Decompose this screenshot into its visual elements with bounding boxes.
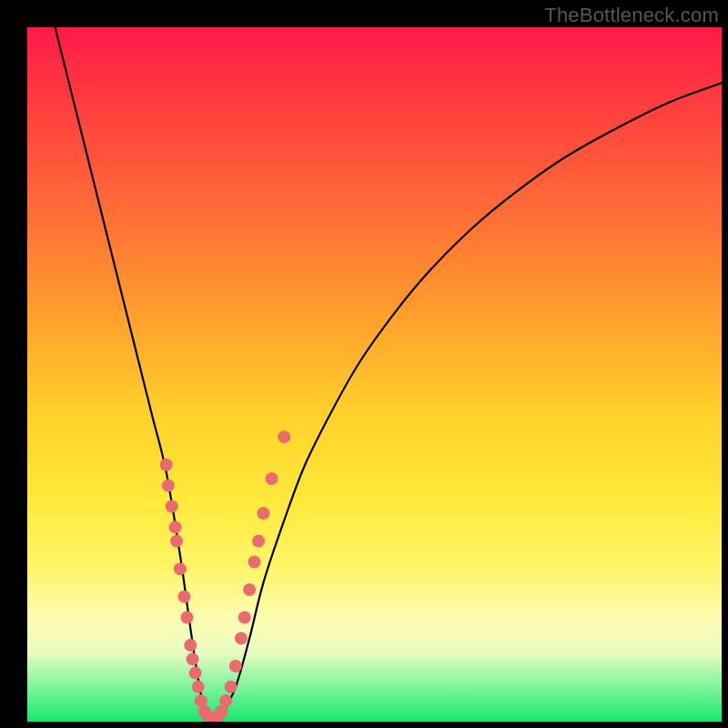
sample-point <box>257 507 269 520</box>
sample-point <box>278 430 290 443</box>
bottleneck-curve <box>56 27 722 722</box>
sample-point <box>238 612 251 624</box>
sample-point <box>174 562 187 575</box>
sample-point <box>243 583 256 596</box>
plot-area <box>27 27 722 722</box>
chart-frame: TheBottleneck.com <box>0 0 728 728</box>
sample-point <box>229 660 242 672</box>
sample-point <box>189 667 202 680</box>
sample-point <box>235 632 248 644</box>
sample-point <box>252 535 265 548</box>
sample-point <box>169 521 182 533</box>
curve-overlay <box>27 27 722 722</box>
sample-point <box>180 612 193 624</box>
sample-point <box>162 480 175 492</box>
sample-point <box>192 681 205 693</box>
sample-point <box>170 535 183 548</box>
sample-point <box>184 639 197 652</box>
sample-point <box>225 681 238 693</box>
sample-point <box>177 591 190 603</box>
sample-point <box>248 556 261 569</box>
sample-point <box>160 459 173 471</box>
sample-point <box>187 652 199 665</box>
sample-point <box>166 500 178 512</box>
sample-point <box>266 472 278 485</box>
sample-points-group <box>160 430 291 722</box>
sample-point <box>219 694 232 707</box>
watermark-text: TheBottleneck.com <box>544 4 719 27</box>
